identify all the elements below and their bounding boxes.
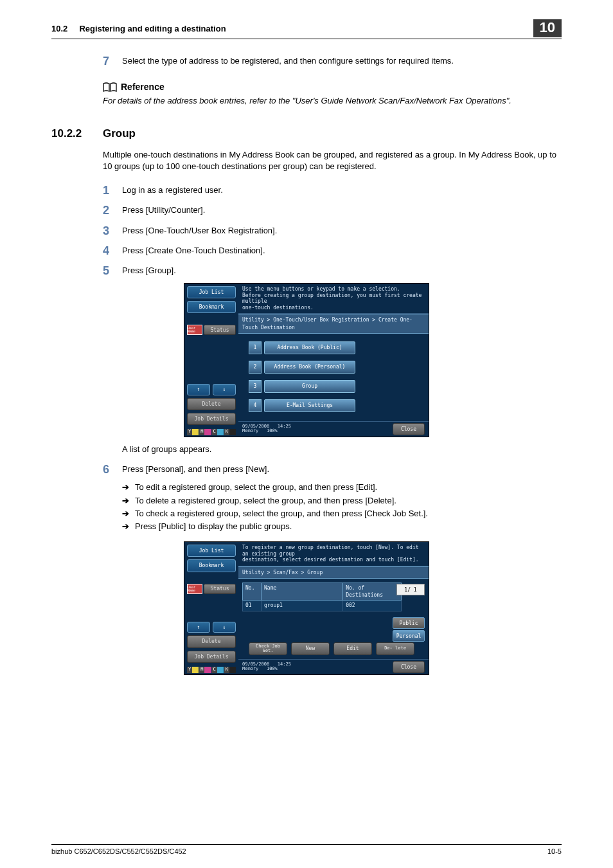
time-value: 14:25: [278, 424, 291, 429]
toner-y: Y: [187, 667, 192, 673]
col-name: Name: [262, 583, 343, 600]
arrow-icon: ➔: [122, 508, 135, 520]
header-title: 10.2 Registering and editing a destinati…: [51, 24, 226, 33]
footer-right: 10-5: [547, 847, 562, 855]
screenshot-create-one-touch: Job List Bookmark User Name Status ↑ ↓ D…: [184, 283, 429, 437]
datetime-block: 09/05/2008 14:25 Memory 100%: [242, 662, 291, 672]
col-no: No.: [243, 583, 262, 600]
step-text: Press [Utility/Counter].: [122, 203, 205, 219]
section-heading: 10.2.2 Group: [51, 126, 562, 141]
arrow-icon: ➔: [122, 495, 135, 507]
toner-c: C: [212, 667, 217, 673]
section-number: 10.2.2: [51, 126, 103, 141]
user-name-icon: User Name: [187, 584, 202, 594]
step-number: 2: [103, 203, 122, 219]
sub-item: To edit a registered group, select the g…: [135, 482, 377, 493]
down-arrow-button[interactable]: ↓: [213, 384, 236, 395]
toner-levels: Y M C K: [187, 429, 236, 435]
panel-message: To register a new group destination, tou…: [238, 542, 429, 566]
delete-button[interactable]: Delete: [187, 635, 236, 647]
step-number: 6: [103, 462, 122, 478]
step-text: Press [Create One-Touch Destination].: [122, 243, 265, 259]
job-list-tab[interactable]: Job List: [187, 545, 236, 557]
cell-name: group1: [262, 601, 343, 610]
breadcrumb: Utility > One-Touch/User Box Registratio…: [238, 314, 429, 333]
down-arrow-button[interactable]: ↓: [213, 622, 236, 633]
group-button[interactable]: Group: [264, 380, 355, 393]
bookmark-tab[interactable]: Bookmark: [187, 559, 236, 572]
table-row[interactable]: 01 group1 002: [242, 601, 402, 611]
sub-item: Press [Public] to display the public gro…: [135, 521, 292, 532]
memory-label: Memory: [242, 428, 258, 433]
job-details-button[interactable]: Job Details: [187, 413, 236, 425]
toner-m: M: [199, 667, 204, 673]
col-dest: No. of Destinations: [343, 583, 401, 600]
table-header: No. Name No. of Destinations: [242, 583, 402, 601]
cell-no: 01: [243, 601, 262, 610]
status-button[interactable]: Status: [204, 325, 236, 335]
step-number: 7: [103, 53, 122, 69]
menu-num-4: 4: [249, 399, 262, 412]
delete-button[interactable]: Delete: [187, 398, 236, 410]
toner-y: Y: [187, 429, 192, 435]
check-job-set-button[interactable]: Check Job Set.: [249, 642, 287, 655]
public-toggle[interactable]: Public: [393, 617, 425, 629]
sub-item: To check a registered group, select the …: [135, 508, 428, 520]
page-footer: bizhub C652/C652DS/C552/C552DS/C452 10-5: [51, 844, 562, 855]
menu-num-2: 2: [249, 361, 262, 374]
step-2: 2 Press [Utility/Counter].: [103, 203, 562, 219]
sub-item: To delete a registered group, select the…: [135, 495, 396, 507]
delete-group-button[interactable]: De- lete: [376, 642, 414, 655]
step-number: 1: [103, 183, 122, 199]
menu-num-1: 1: [249, 341, 262, 354]
panel-message: Use the menu buttons or keypad to make a…: [238, 284, 429, 314]
up-arrow-button[interactable]: ↑: [187, 384, 210, 395]
job-details-button[interactable]: Job Details: [187, 651, 236, 663]
toner-k: K: [224, 429, 229, 435]
reference-label: Reference: [121, 81, 164, 94]
memory-pct: 100%: [267, 666, 278, 671]
after-step5-text: A list of groups appears.: [122, 444, 562, 455]
step-number: 5: [103, 263, 122, 279]
close-button[interactable]: Close: [393, 661, 425, 673]
arrow-icon: ➔: [122, 482, 135, 493]
step-4: 4 Press [Create One-Touch Destination].: [103, 243, 562, 259]
header-sec-title: Registering and editing a destination: [79, 24, 226, 33]
email-settings-button[interactable]: E-Mail Settings: [264, 399, 355, 412]
personal-toggle[interactable]: Personal: [393, 630, 425, 642]
menu-num-3: 3: [249, 380, 262, 393]
new-button[interactable]: New: [291, 642, 330, 655]
arrow-icon: ➔: [122, 521, 135, 532]
book-icon: [103, 82, 117, 93]
reference-block: Reference For details of the address boo…: [103, 81, 562, 107]
user-name-icon: User Name: [187, 325, 202, 335]
toner-levels: Y M C K: [187, 667, 236, 673]
up-arrow-button[interactable]: ↑: [187, 622, 210, 633]
status-button[interactable]: Status: [204, 584, 236, 594]
toner-m: M: [199, 429, 204, 435]
job-list-tab[interactable]: Job List: [187, 286, 236, 298]
step-7: 7 Select the type of address to be regis…: [103, 53, 562, 69]
cell-dest: 002: [343, 601, 401, 610]
memory-label: Memory: [242, 666, 258, 671]
chapter-tab: 10: [533, 19, 562, 37]
memory-pct: 100%: [267, 428, 278, 433]
close-button[interactable]: Close: [393, 423, 425, 435]
step-6: 6 Press [Personal], and then press [New]…: [103, 462, 562, 478]
step-5: 5 Press [Group].: [103, 263, 562, 279]
datetime-block: 09/05/2008 14:25 Memory 100%: [242, 424, 291, 434]
address-book-public-button[interactable]: Address Book (Public): [264, 341, 355, 354]
address-book-personal-button[interactable]: Address Book (Personal): [264, 361, 355, 374]
time-value: 14:25: [278, 662, 291, 667]
section-intro: Multiple one-touch destinations in My Ad…: [103, 149, 562, 172]
step-text: Log in as a registered user.: [122, 183, 223, 199]
header-sec-num: 10.2: [51, 24, 67, 33]
page-indicator: 1/ 1: [396, 584, 425, 595]
footer-left: bizhub C652/C652DS/C552/C552DS/C452: [51, 847, 186, 855]
step-text: Press [One-Touch/User Box Registration].: [122, 223, 277, 239]
bookmark-tab[interactable]: Bookmark: [187, 301, 236, 313]
step-text: Press [Personal], and then press [New].: [122, 462, 269, 478]
step-text: Press [Group].: [122, 263, 176, 279]
step-text: Select the type of address to be registe…: [122, 53, 454, 69]
edit-button[interactable]: Edit: [333, 642, 372, 655]
